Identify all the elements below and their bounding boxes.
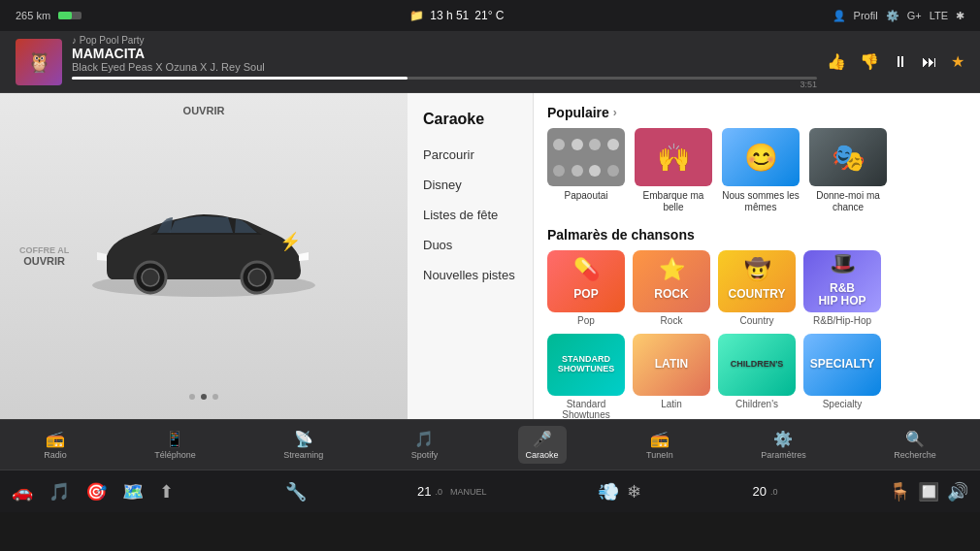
main-layout: OUVRIR COFFRE AL OUVRIR	[0, 93, 980, 419]
genre-badge-standard: STANDARDSHOWTUNES	[547, 334, 625, 396]
signal-icon: G+	[907, 10, 922, 21]
country-text: COUNTRY	[725, 284, 790, 305]
temp-left-value: 21	[417, 484, 431, 499]
thumb-embarque: 🙌	[635, 128, 712, 186]
genre-item-country[interactable]: 🤠 COUNTRY Country	[718, 250, 796, 326]
popular-label-papaoutai: Papaoutai	[564, 190, 607, 202]
childrens-text: CHILDREN'S	[727, 356, 788, 373]
genre-item-specialty[interactable]: SPECIALTY Specialty	[803, 334, 881, 419]
album-art: 🦉	[16, 39, 62, 85]
favorite-button[interactable]: ★	[951, 52, 964, 71]
temp-right-decimal: .0	[770, 487, 778, 497]
specialty-label: Specialty	[823, 399, 863, 409]
next-button[interactable]: ⏭	[922, 53, 937, 71]
childrens-label: Children's	[735, 399, 778, 409]
volume-button[interactable]: 🔊	[947, 481, 968, 502]
ouvrir-left-label: COFFRE AL OUVRIR	[19, 245, 69, 267]
sidebar-item-nouvelles-pistes[interactable]: Nouvelles pistes	[408, 260, 533, 290]
rnb-text: R&BHIP HOP	[814, 278, 869, 311]
nav-button[interactable]: 🗺️	[122, 481, 144, 502]
genre-item-rock[interactable]: ⭐ ROCK Rock	[633, 250, 710, 326]
section-title-palmares: Palmarès de chansons	[547, 227, 966, 243]
dot-2	[201, 394, 207, 400]
latin-text: LATIN	[651, 354, 692, 374]
nav-item-radio[interactable]: 📻 Radio	[36, 426, 75, 464]
fan-button[interactable]: 💨	[598, 481, 619, 502]
album-art-emoji: 🦉	[27, 50, 51, 74]
nav-label-parametres: Paramètres	[761, 450, 806, 460]
car-display: ⚡	[78, 193, 330, 319]
car-button[interactable]: 🚗	[12, 481, 33, 502]
rnb-label: R&B/Hip-Hop	[813, 315, 871, 326]
playlist-name: ♪ Pop Pool Party	[72, 35, 817, 46]
telephone-icon: 📱	[165, 430, 184, 448]
genre-badge-rnb: 🎩 R&BHIP HOP	[803, 250, 881, 312]
sidebar-item-parcourir[interactable]: Parcourir	[408, 140, 533, 170]
section-title-populaire: Populaire ›	[547, 105, 966, 120]
track-info: ♪ Pop Pool Party MAMACITA Black Eyed Pea…	[72, 35, 817, 89]
country-label: Country	[739, 315, 773, 326]
thumbs-down-button[interactable]: 👎	[860, 52, 879, 71]
seatbelt-button[interactable]: 🔧	[285, 481, 307, 502]
rnb-icon: 🎩	[830, 251, 856, 276]
time-elapsed: 3:51	[72, 80, 817, 89]
temp-right-value: 20	[753, 484, 767, 499]
nav-item-telephone[interactable]: 📱 Téléphone	[147, 426, 204, 464]
thumb-nous-sommes: 😊	[722, 128, 800, 186]
bottom-nav: 📻 Radio 📱 Téléphone 📡 Streaming 🎵 Spotif…	[0, 419, 980, 470]
thumb-donne-moi: 🎭	[809, 128, 887, 186]
km-display: 265 km	[16, 10, 50, 21]
nav-item-tunein[interactable]: 📻 TuneIn	[638, 426, 681, 464]
left-panel: OUVRIR COFFRE AL OUVRIR	[0, 93, 408, 419]
nav-label-radio: Radio	[44, 450, 67, 460]
popular-label-donne-moi: Donne-moi ma chance	[809, 190, 887, 213]
battery-bar	[58, 12, 82, 19]
sidebar-item-disney[interactable]: Disney	[408, 170, 533, 200]
track-title: MAMACITA	[72, 46, 817, 61]
popular-item-papaoutai[interactable]: Papaoutai	[547, 128, 625, 213]
settings-icon: ⚙️	[886, 10, 899, 22]
dots-indicator	[189, 394, 218, 400]
pause-button[interactable]: ⏸	[893, 53, 908, 71]
nav-item-caraoke[interactable]: 🎤 Caraoke	[518, 426, 567, 464]
genre-item-childrens[interactable]: CHILDREN'S Children's	[718, 334, 796, 419]
status-right: 👤 Profil ⚙️ G+ LTE ✱	[833, 10, 964, 22]
genre-item-standard[interactable]: STANDARDSHOWTUNES Standard Showtunes	[547, 334, 625, 419]
popular-label-nous-sommes: Nous sommes les mêmes	[722, 190, 800, 213]
popular-grid: Papaoutai 🙌 Embarque ma belle 😊 Nous som…	[547, 128, 966, 213]
ac-button[interactable]: ❄	[627, 481, 641, 502]
caraoke-icon: 🎤	[533, 430, 552, 448]
rear-button[interactable]: 🔲	[918, 481, 939, 502]
temp-right-display: 20 .0	[753, 484, 778, 499]
sidebar-title: Caraoke	[408, 105, 533, 140]
folder-icon: 📁	[409, 9, 424, 22]
temp-status: 21° C	[474, 9, 504, 22]
content-area: Populaire ›	[534, 93, 980, 419]
tunein-icon: 📻	[650, 430, 670, 448]
progress-bar[interactable]	[72, 77, 817, 80]
seat-button[interactable]: 🪑	[889, 481, 910, 502]
genre-item-rnb[interactable]: 🎩 R&BHIP HOP R&B/Hip-Hop	[803, 250, 881, 326]
nav-item-spotify[interactable]: 🎵 Spotify	[404, 426, 446, 464]
nav-item-parametres[interactable]: ⚙️ Paramètres	[753, 426, 814, 464]
sidebar-item-duos[interactable]: Duos	[408, 230, 533, 260]
bottom-left-controls: 🚗 🎵 🎯 🗺️ ⬆	[12, 481, 174, 502]
genre-item-pop[interactable]: 💊 POP Pop	[547, 250, 625, 326]
thumbs-up-button[interactable]: 👍	[827, 52, 846, 71]
sidebar-item-listes-de-fete[interactable]: Listes de fête	[408, 200, 533, 230]
genre-item-latin[interactable]: LATIN Latin	[633, 334, 710, 419]
nav-item-streaming[interactable]: 📡 Streaming	[276, 426, 331, 464]
pop-label: Pop	[577, 315, 595, 326]
music-button[interactable]: 🎵	[49, 481, 70, 502]
target-button[interactable]: 🎯	[85, 481, 107, 502]
expand-button[interactable]: ⬆	[159, 481, 174, 502]
popular-label-embarque: Embarque ma belle	[635, 190, 712, 213]
genre-badge-country: 🤠 COUNTRY	[718, 250, 796, 312]
popular-item-embarque[interactable]: 🙌 Embarque ma belle	[635, 128, 712, 213]
popular-item-donne-moi[interactable]: 🎭 Donne-moi ma chance	[809, 128, 887, 213]
popular-item-nous-sommes[interactable]: 😊 Nous sommes les mêmes	[722, 128, 800, 213]
bottom-bar: 🚗 🎵 🎯 🗺️ ⬆ 🔧 21 .0 MANUEL 💨 ❄ 20 .0 🪑 🔲 …	[0, 470, 980, 512]
right-bottom-controls: 🪑 🔲 🔊	[889, 481, 968, 502]
nav-item-recherche[interactable]: 🔍 Recherche	[886, 426, 944, 464]
recherche-icon: 🔍	[905, 430, 925, 448]
